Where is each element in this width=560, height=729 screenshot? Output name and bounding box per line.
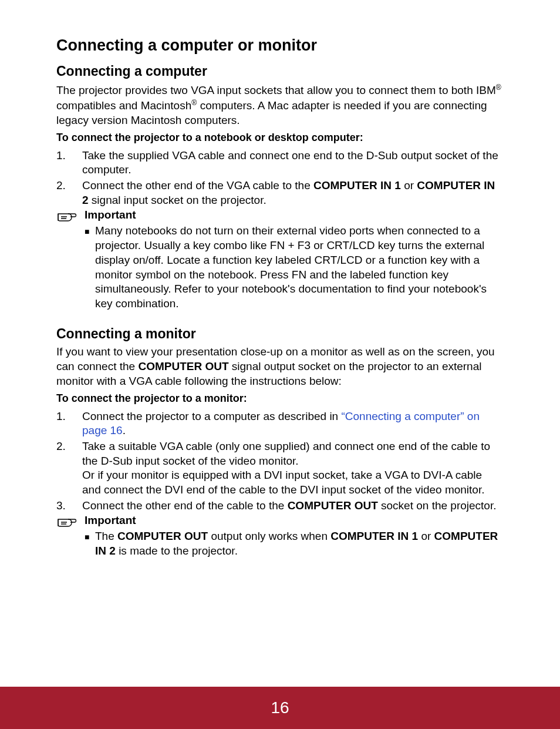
registered-mark: ® xyxy=(496,83,501,92)
important-label: Important xyxy=(85,514,504,527)
step-number: 2. xyxy=(56,439,82,454)
important-text: Many notebooks do not turn on their exte… xyxy=(95,224,504,311)
page-footer: 16 xyxy=(0,687,560,729)
important-note-computer: Important ■ Many notebooks do not turn o… xyxy=(56,209,504,311)
page-number: 16 xyxy=(271,698,289,717)
bullet-item: ■ Many notebooks do not turn on their ex… xyxy=(85,224,504,311)
step-number: 1. xyxy=(56,149,82,163)
text: Connect the other end of the cable to th… xyxy=(82,499,288,512)
important-content: Important ■ The COMPUTER OUT output only… xyxy=(85,514,504,558)
square-bullet-icon: ■ xyxy=(85,226,95,236)
text: or xyxy=(401,179,417,192)
important-text: The COMPUTER OUT output only works when … xyxy=(95,529,504,558)
text-bold: COMPUTER IN 1 xyxy=(330,530,418,542)
page-title: Connecting a computer or monitor xyxy=(56,35,504,56)
section-heading-monitor: Connecting a monitor xyxy=(56,325,504,343)
step-text: Connect the other end of the VGA cable t… xyxy=(82,179,504,207)
text-bold: COMPUTER OUT xyxy=(288,499,378,512)
text: The xyxy=(95,530,117,542)
step-number: 3. xyxy=(56,499,82,513)
square-bullet-icon: ■ xyxy=(85,531,95,542)
text: or xyxy=(418,530,434,542)
text: signal input socket on the projector. xyxy=(89,194,266,206)
list-item: 1. Connect the projector to a computer a… xyxy=(56,409,504,438)
step-number: 1. xyxy=(56,409,82,424)
monitor-steps-list: 1. Connect the projector to a computer a… xyxy=(56,409,504,513)
text: output only works when xyxy=(208,530,330,542)
text: . xyxy=(123,424,126,436)
computer-steps-list: 1. Take the supplied VGA cable and conne… xyxy=(56,149,504,208)
text-bold: COMPUTER IN 1 xyxy=(313,179,401,192)
computer-howto-heading: To connect the projector to a notebook o… xyxy=(56,132,504,144)
document-page: Connecting a computer or monitor Connect… xyxy=(0,0,560,729)
step-text: Connect the projector to a computer as d… xyxy=(82,409,504,438)
pointing-hand-icon xyxy=(56,514,85,530)
section-heading-computer: Connecting a computer xyxy=(56,63,504,80)
list-item: 1. Take the supplied VGA cable and conne… xyxy=(56,149,504,177)
text: compatibles and Macintosh xyxy=(56,99,191,112)
step-text: Take a suitable VGA cable (only one supp… xyxy=(82,439,504,498)
list-item: 2. Take a suitable VGA cable (only one s… xyxy=(56,439,504,498)
text: Connect the projector to a computer as d… xyxy=(82,410,341,422)
step-text: Connect the other end of the cable to th… xyxy=(82,499,504,513)
step-number: 2. xyxy=(56,179,82,193)
important-label: Important xyxy=(85,209,504,221)
text: Connect the other end of the VGA cable t… xyxy=(82,179,313,192)
text-bold: COMPUTER OUT xyxy=(138,360,228,372)
monitor-intro-paragraph: If you want to view your presentation cl… xyxy=(56,345,504,388)
bullet-item: ■ The COMPUTER OUT output only works whe… xyxy=(85,529,504,558)
text-bold: COMPUTER OUT xyxy=(117,530,208,542)
step-text: Take the supplied VGA cable and connect … xyxy=(82,149,504,177)
text: The projector provides two VGA input soc… xyxy=(56,84,496,96)
monitor-howto-heading: To connect the projector to a monitor: xyxy=(56,392,504,405)
registered-mark: ® xyxy=(191,99,197,107)
important-content: Important ■ Many notebooks do not turn o… xyxy=(85,209,504,311)
computer-intro-paragraph: The projector provides two VGA input soc… xyxy=(56,83,504,128)
list-item: 2. Connect the other end of the VGA cabl… xyxy=(56,179,504,207)
text: is made to the projector. xyxy=(116,545,238,557)
pointing-hand-icon xyxy=(56,209,85,225)
text: socket on the projector. xyxy=(378,499,497,512)
important-note-monitor: Important ■ The COMPUTER OUT output only… xyxy=(56,514,504,558)
list-item: 3. Connect the other end of the cable to… xyxy=(56,499,504,513)
